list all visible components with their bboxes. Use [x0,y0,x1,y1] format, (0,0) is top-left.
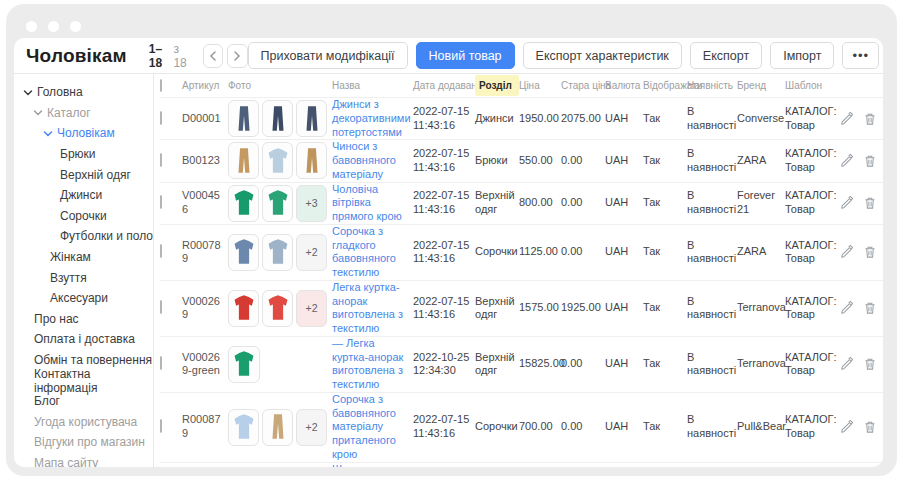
row-checkbox[interactable] [160,153,162,167]
delete-icon[interactable] [863,301,877,315]
product-photo-pants[interactable] [228,142,259,179]
select-all-checkbox[interactable] [160,79,162,92]
product-name-link[interactable]: — Легка куртка-анорак виготовлена з текс… [332,337,403,390]
product-photo-pants[interactable] [296,100,327,137]
sidebar-item[interactable]: Верхній одяг [14,164,153,185]
edit-icon[interactable] [840,301,854,315]
sidebar-item[interactable]: Оплата і доставка [14,329,153,350]
product-photo-top[interactable] [262,234,293,271]
name-cell: Сорочка з бавовняного матеріалу притален… [332,393,413,462]
row-checkbox[interactable] [160,111,162,125]
product-photo-pants[interactable] [262,100,293,137]
currency-cell: UAH [605,245,643,259]
edit-icon[interactable] [840,420,854,434]
product-name-link[interactable]: Чоловіча вітрівка прямого крою [332,183,402,223]
column-label-photos: Фото [228,80,251,91]
sidebar-item-label: Чоловікам [57,126,115,140]
edit-icon[interactable] [840,112,854,126]
product-photo-pants[interactable] [262,409,293,446]
window-maximize-icon[interactable] [70,21,81,32]
sidebar-item[interactable]: Мапа сайту [14,453,153,467]
window-minimize-icon[interactable] [48,21,59,32]
product-name-link[interactable]: Джинси з декоративними потертостями [332,98,411,138]
table-header-row: АртикулФотоНазваДата додаванняРозділЦіна… [160,74,883,97]
toolbar-button-3[interactable]: Експорт [690,42,762,69]
display-cell: Так [643,112,687,126]
column-header-select[interactable] [160,80,182,91]
edit-icon[interactable] [840,196,854,210]
product-photo-top[interactable] [228,290,259,327]
edit-icon[interactable] [840,357,854,371]
product-photo-top[interactable] [262,290,293,327]
row-checkbox[interactable] [160,195,162,209]
sidebar-item[interactable]: Жінкам [14,247,153,268]
sidebar-item[interactable]: Угода користувача [14,412,153,433]
table-row: B000321+2Штани з бавовняного матеріалу п… [160,462,883,468]
brand-cell: Converse [737,112,785,126]
edit-icon[interactable] [840,154,854,168]
sidebar-item[interactable]: Контактна інформація [14,370,153,391]
more-photos-badge[interactable]: +2 [296,234,327,271]
toolbar-button-0[interactable]: Приховати модифікації [248,42,408,69]
product-name-link[interactable]: Штани з бавовняного матеріалу прямого кр… [332,463,402,468]
sidebar-item[interactable]: Взуття [14,267,153,288]
more-photos-badge[interactable]: +2 [296,409,327,446]
toolbar-button-4[interactable]: Імпорт [770,42,834,69]
row-checkbox[interactable] [160,244,162,258]
actions-cell [843,420,883,434]
window-close-icon[interactable] [26,21,37,32]
next-page-button[interactable] [227,44,248,68]
sidebar-item[interactable]: Головна [14,82,153,103]
edit-icon[interactable] [840,245,854,259]
row-checkbox[interactable] [160,356,162,370]
sidebar-item[interactable]: Каталог [14,103,153,124]
prev-page-button[interactable] [203,44,224,68]
delete-icon[interactable] [863,245,877,259]
sidebar-item[interactable]: Сорочки [14,206,153,227]
template-cell: КАТАЛОГ: Товар [785,105,843,133]
sidebar-item[interactable]: Джинси [14,185,153,206]
product-photo-top[interactable] [228,185,259,222]
product-name-link[interactable]: Легка куртка-анорак виготовлена з тексти… [332,281,403,334]
column-header-name: Назва [332,80,413,91]
row-select-cell [160,420,182,434]
product-name-link[interactable]: Чиноси з бавовняного матеріалу [332,140,396,180]
sidebar-item[interactable]: Про нас [14,309,153,330]
more-photos-badge[interactable]: +2 [296,290,327,327]
table-row: V000269-green— Легка куртка-анорак вигот… [160,336,883,392]
price-cell: 1575.00 [519,301,561,315]
sidebar-item[interactable]: Футболки и поло [14,226,153,247]
delete-icon[interactable] [863,112,877,126]
product-name-link[interactable]: Сорочка з бавовняного матеріалу притален… [332,393,396,460]
delete-icon[interactable] [863,154,877,168]
delete-icon[interactable] [863,357,877,371]
product-photo-top[interactable] [262,185,293,222]
chevron-down-icon [32,107,44,119]
product-photo-top[interactable] [228,409,259,446]
column-header-section[interactable]: Розділ [475,75,519,96]
row-checkbox[interactable] [160,300,162,314]
name-cell: Сорочка з гладкого бавовняного текстилю [332,225,413,280]
sidebar-item[interactable]: Чоловікам [14,123,153,144]
garment-icon [265,293,291,323]
more-actions-button[interactable]: ••• [842,42,879,69]
product-name-link[interactable]: Сорочка з гладкого бавовняного текстилю [332,225,396,278]
row-checkbox[interactable] [160,419,162,433]
product-photo-pants[interactable] [296,142,327,179]
product-photo-top[interactable] [262,142,293,179]
sidebar-item[interactable]: Аксесуари [14,288,153,309]
name-cell: Чоловіча вітрівка прямого крою [332,183,413,224]
delete-icon[interactable] [863,420,877,434]
product-photo-top[interactable] [228,234,259,271]
sidebar-item[interactable]: Відгуки про магазин [14,432,153,453]
sidebar-item-label: Брюки [60,147,96,161]
delete-icon[interactable] [863,196,877,210]
toolbar-button-2[interactable]: Експорт характеристик [523,42,682,69]
product-photo-top[interactable] [228,346,260,383]
product-photo-pants[interactable] [228,100,259,137]
sidebar-item[interactable]: Брюки [14,144,153,165]
table-row: R000789+2Сорочка з гладкого бавовняного … [160,224,883,280]
more-photos-badge[interactable]: +3 [296,185,327,222]
new-product-button[interactable]: Новий товар [416,42,515,69]
page-header: Чоловікам 1–18 з 18 Приховати модифікаці… [14,38,883,74]
